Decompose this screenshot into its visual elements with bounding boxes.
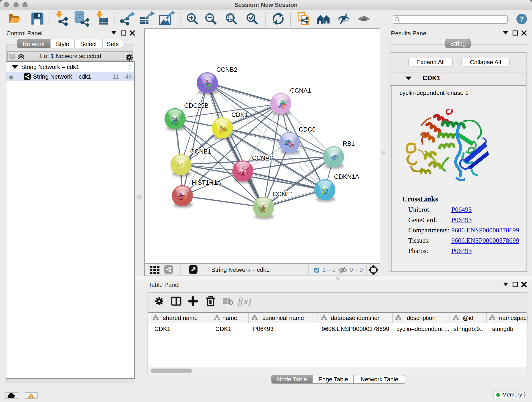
svg-text:CCNE1: CCNE1 <box>273 191 294 198</box>
svg-text:CCNA1: CCNA1 <box>290 87 311 94</box>
svg-text:CCNA2: CCNA2 <box>252 154 273 161</box>
svg-text:CDC25B: CDC25B <box>184 102 209 109</box>
svg-text:RB1: RB1 <box>343 140 355 147</box>
svg-text:CCNB2: CCNB2 <box>216 66 238 73</box>
svg-text:f(x): f(x) <box>238 296 251 307</box>
svg-text:CDC6: CDC6 <box>299 126 316 133</box>
svg-text:HIST1H1A: HIST1H1A <box>191 179 221 186</box>
svg-text:CDKN1A: CDKN1A <box>334 173 359 180</box>
svg-text:CCNB1: CCNB1 <box>190 148 211 155</box>
svg-text:CDK1: CDK1 <box>231 111 248 118</box>
